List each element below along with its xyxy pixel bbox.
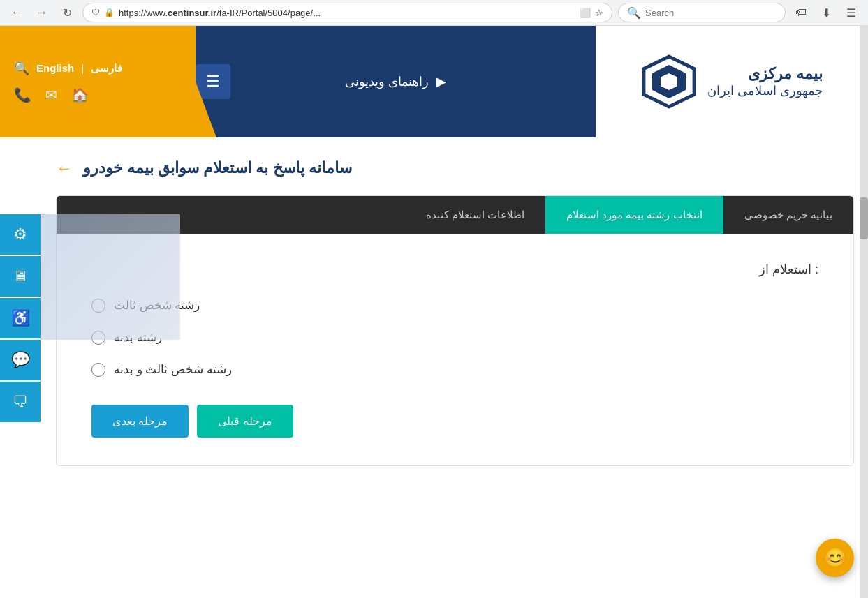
browser-toolbar-icons: 🏷 ⬇ ☰ [791, 3, 861, 22]
url-display: https://www.centinsur.ir/fa-IR/Portal/50… [119, 8, 575, 18]
search-input[interactable] [645, 8, 777, 18]
radio-third-party-body[interactable] [91, 363, 105, 377]
prev-step-button[interactable]: مرحله قبلی [197, 405, 293, 438]
scrollbar-thumb[interactable] [860, 197, 868, 239]
video-icon: ▶ [436, 74, 446, 89]
background-image [41, 214, 180, 340]
logo-text: بیمه مرکزی جمهوری اسلامی ایران [707, 65, 823, 98]
persian-link[interactable]: فارسی [91, 62, 122, 75]
address-bar[interactable]: 🛡 🔒 https://www.centinsur.ir/fa-IR/Porta… [82, 3, 612, 22]
menu-icon[interactable]: ☰ [841, 3, 861, 22]
search-icon: 🔍 [627, 6, 641, 20]
scrollbar[interactable] [860, 26, 868, 598]
insurance-type-radio-group: رشته شخص ثالث رشته بدنه رشته شخص ثالث و … [91, 298, 818, 377]
tab-icon: ⬜ [580, 8, 591, 18]
tab-privacy[interactable]: بیانیه حریم خصوصی [723, 196, 853, 234]
mail-icon[interactable]: ✉ [45, 87, 57, 103]
language-row: 🔍 English | فارسی [14, 61, 182, 76]
search-bar[interactable]: 🔍 [618, 3, 786, 22]
reload-button[interactable]: ↻ [57, 3, 77, 22]
back-button[interactable]: ← [7, 3, 27, 22]
left-sidebar: ⚙ 🖥 ♿ 💬 🗨 [0, 214, 41, 422]
settings-sidebar-button[interactable]: ⚙ [0, 214, 41, 255]
accessibility-sidebar-button[interactable]: ♿ [0, 298, 41, 338]
home-icon[interactable]: 🏠 [71, 87, 89, 103]
header-right: بیمه مرکزی جمهوری اسلامی ایران [596, 26, 868, 137]
utility-icons: 📞 ✉ 🏠 [14, 87, 182, 103]
radio-label-third-party-body: رشته شخص ثالث و بدنه [114, 362, 232, 377]
page-content: 🔍 English | فارسی 📞 ✉ 🏠 ▶ راهنمای ویدیون… [0, 26, 868, 598]
logo-icon [641, 54, 697, 110]
computer-sidebar-button[interactable]: 🖥 [0, 256, 41, 297]
form-buttons: مرحله قبلی مرحله بعدی [91, 405, 818, 438]
logo-subtitle: جمهوری اسلامی ایران [707, 83, 823, 98]
chat-bubble-button[interactable]: 😊 [816, 539, 854, 577]
forward-button[interactable]: → [32, 3, 52, 22]
tab-inquiry-info[interactable]: اطلاعات استعلام کننده [405, 196, 545, 234]
logo-area: بیمه مرکزی جمهوری اسلامی ایران [641, 54, 823, 110]
browser-chrome: ← → ↻ 🛡 🔒 https://www.centinsur.ir/fa-IR… [0, 0, 868, 26]
pocket-icon[interactable]: 🏷 [791, 3, 811, 22]
page-title: سامانه پاسخ به استعلام سوابق بیمه خودرو [83, 159, 352, 177]
header-left: 🔍 English | فارسی 📞 ✉ 🏠 [0, 26, 196, 137]
search-icon-header: 🔍 [14, 61, 29, 76]
tab-insurance-type[interactable]: انتخاب رشته بیمه مورد استعلام [545, 196, 723, 234]
download-icon[interactable]: ⬇ [816, 3, 836, 22]
shield-icon: 🛡 [91, 8, 100, 17]
form-section-label: : استعلام از [91, 262, 818, 277]
back-arrow-icon: ← [56, 158, 73, 178]
radio-item-third-party-body[interactable]: رشته شخص ثالث و بدنه [91, 362, 232, 377]
phone-icon[interactable]: 📞 [14, 87, 31, 103]
site-header: 🔍 English | فارسی 📞 ✉ 🏠 ▶ راهنمای ویدیون… [0, 26, 868, 137]
lock-icon: 🔒 [104, 8, 115, 17]
header-center: ▶ راهنمای ویدیونی ☰ [196, 26, 596, 137]
video-guide-label: راهنمای ویدیونی [345, 74, 429, 89]
comment-sidebar-button[interactable]: 🗨 [0, 382, 41, 422]
bookmark-icon: ☆ [595, 8, 603, 18]
logo-title: بیمه مرکزی [707, 65, 823, 83]
hamburger-menu-button[interactable]: ☰ [196, 64, 230, 99]
next-step-button[interactable]: مرحله بعدی [91, 405, 189, 438]
video-guide: ▶ راهنمای ویدیونی [345, 74, 446, 89]
english-link[interactable]: English [36, 62, 74, 74]
page-title-bar: سامانه پاسخ به استعلام سوابق بیمه خودرو … [56, 158, 854, 178]
lang-separator: | [81, 62, 84, 74]
chat-support-sidebar-button[interactable]: 💬 [0, 340, 41, 380]
